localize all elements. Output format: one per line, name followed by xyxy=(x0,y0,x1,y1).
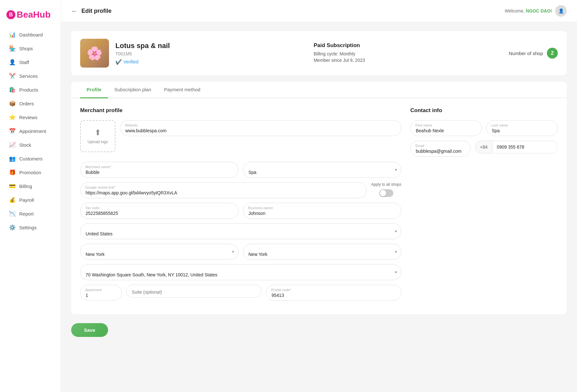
phone-wrapper: +84 xyxy=(475,141,558,153)
upload-label: Upload logo xyxy=(88,140,108,144)
google-review-input[interactable] xyxy=(80,182,367,198)
appointment-icon: 📅 xyxy=(9,128,15,134)
apartment-wrapper: Apartment xyxy=(80,285,122,301)
apply-all-shops-toggle[interactable] xyxy=(379,189,393,197)
sidebar-item-reviews[interactable]: ⭐ Reviews xyxy=(3,110,58,124)
sidebar-item-label-reviews: Reviews xyxy=(19,115,38,120)
dashboard-icon: 📊 xyxy=(9,31,15,38)
sidebar-item-settings[interactable]: ⚙️ Settings xyxy=(3,221,58,234)
merchant-type-select-wrapper: ▾ xyxy=(243,162,401,178)
province-input[interactable] xyxy=(80,244,238,260)
business-info: Lotus spa & nail T001M5 ✔️ Verified xyxy=(115,42,170,65)
upload-website-row: ⬆ Upload logo Website xyxy=(80,120,401,157)
country-wrapper: Country* ▾ xyxy=(80,223,401,239)
billing-icon: 💳 xyxy=(9,183,15,189)
contact-info-title: Contact info xyxy=(410,107,558,114)
logo: B BeaHub xyxy=(6,10,54,20)
payroll-icon: 💰 xyxy=(9,197,15,203)
postal-input[interactable] xyxy=(266,285,401,301)
country-input[interactable] xyxy=(80,223,401,239)
suite-wrapper xyxy=(126,285,262,298)
business-name: Lotus spa & nail xyxy=(115,42,170,50)
sidebar-item-shops[interactable]: 🏪 Shops xyxy=(3,42,58,55)
merchant-profile-col: Merchant profile ⬆ Upload logo Website xyxy=(80,107,401,305)
sidebar: B BeaHub 📊 Dashboard 🏪 Shops 👤 Staff ✂️ … xyxy=(0,0,61,392)
sidebar-item-payroll[interactable]: 💰 Payroll xyxy=(3,193,58,207)
merchant-type-input[interactable] xyxy=(243,162,401,178)
avatar[interactable]: 👤 xyxy=(555,5,567,17)
tabs: Profile Subscription plan Payment method xyxy=(71,82,567,98)
sidebar-item-services[interactable]: ✂️ Services xyxy=(3,69,58,83)
apartment-input[interactable] xyxy=(80,285,122,301)
business-logo-img: 🌸 xyxy=(80,39,109,68)
sidebar-item-label-staff: Staff xyxy=(19,60,29,65)
name-type-row: Merchant name* Merchant type* ▾ xyxy=(80,162,401,178)
toggle-label: Apply to all shops xyxy=(371,182,401,187)
address-input[interactable] xyxy=(80,264,401,280)
save-button[interactable]: Save xyxy=(71,323,108,337)
email-phone-row: Email +84 xyxy=(410,141,558,157)
sidebar-item-billing[interactable]: 💳 Billing xyxy=(3,179,58,193)
topbar-right: Welcome, NGOC DAO! 👤 xyxy=(505,5,567,17)
tab-profile[interactable]: Profile xyxy=(80,82,108,98)
services-icon: ✂️ xyxy=(9,73,15,79)
sidebar-item-label-shops: Shops xyxy=(19,46,33,51)
business-owner-wrapper: Business owner xyxy=(243,203,401,219)
city-wrapper: City ▾ xyxy=(243,244,401,260)
topbar: ← Edit profile Welcome, NGOC DAO! 👤 xyxy=(61,0,577,22)
last-name-input[interactable] xyxy=(486,120,558,136)
verified-badge: ✔️ Verified xyxy=(115,59,170,65)
shops-icon: 🏪 xyxy=(9,45,15,52)
phone-group: +84 xyxy=(475,141,558,153)
sidebar-item-report[interactable]: 📉 Report xyxy=(3,207,58,220)
sidebar-item-label-services: Services xyxy=(19,73,38,79)
sidebar-item-promotion[interactable]: 🎁 Promotion xyxy=(3,166,58,179)
website-input[interactable] xyxy=(120,120,401,136)
count-badge: 2 xyxy=(547,48,558,59)
tax-code-input[interactable] xyxy=(80,203,238,219)
phone-input[interactable] xyxy=(492,141,557,153)
topbar-left: ← Edit profile xyxy=(71,7,112,15)
sidebar-item-label-orders: Orders xyxy=(19,101,34,106)
suite-input[interactable] xyxy=(126,285,262,298)
name-row: First name Last name xyxy=(410,120,558,136)
sidebar-item-dashboard[interactable]: 📊 Dashboard xyxy=(3,28,58,41)
contact-info-col: Contact info First name Last name xyxy=(410,107,558,305)
tab-payment[interactable]: Payment method xyxy=(158,82,207,98)
sidebar-item-stock[interactable]: 📈 Stock xyxy=(3,138,58,151)
tab-subscription[interactable]: Subscription plan xyxy=(108,82,158,98)
welcome-text: Welcome, NGOC DAO! xyxy=(505,8,552,13)
email-input[interactable] xyxy=(410,141,471,157)
tax-code-wrapper: Tax code xyxy=(80,203,238,219)
upload-logo-area[interactable]: ⬆ Upload logo xyxy=(80,120,115,152)
first-name-input[interactable] xyxy=(410,120,482,136)
merchant-name-input[interactable] xyxy=(80,162,238,178)
sidebar-item-customers[interactable]: 👥 Customers xyxy=(3,152,58,165)
stock-icon: 📈 xyxy=(9,142,15,148)
reviews-icon: ⭐ xyxy=(9,114,15,120)
verified-icon: ✔️ xyxy=(115,59,122,65)
orders-icon: 📦 xyxy=(9,100,15,107)
sidebar-item-label-customers: Customers xyxy=(19,156,43,161)
city-select-wrapper: ▾ xyxy=(243,244,401,260)
last-name-wrapper: Last name xyxy=(486,120,558,136)
sidebar-item-staff[interactable]: 👤 Staff xyxy=(3,55,58,69)
first-name-wrapper: First name xyxy=(410,120,482,136)
upload-icon: ⬆ xyxy=(95,128,101,137)
email-wrapper: Email xyxy=(410,141,471,157)
staff-icon: 👤 xyxy=(9,59,15,65)
sidebar-item-orders[interactable]: 📦 Orders xyxy=(3,97,58,110)
sidebar-item-products[interactable]: 🛍️ Products xyxy=(3,83,58,96)
sidebar-item-label-promotion: Promotion xyxy=(19,170,41,175)
website-input-wrapper: Website xyxy=(120,120,401,136)
shop-count-label: Number of shop xyxy=(509,51,543,56)
business-code: T001M5 xyxy=(115,51,170,56)
sidebar-item-label-settings: Settings xyxy=(19,225,37,230)
back-button[interactable]: ← xyxy=(71,7,78,15)
address-wrapper: Address* ▾ xyxy=(80,264,401,280)
city-input[interactable] xyxy=(243,244,401,260)
business-owner-input[interactable] xyxy=(243,203,401,219)
shop-count: Number of shop 2 xyxy=(509,48,558,59)
sidebar-item-appointment[interactable]: 📅 Appointment xyxy=(3,124,58,138)
tax-owner-row: Tax code Business owner xyxy=(80,203,401,219)
